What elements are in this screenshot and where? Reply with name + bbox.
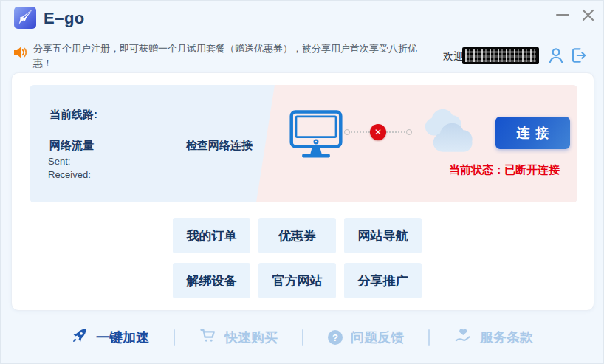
site-navigation-button[interactable]: 网站导航 xyxy=(344,218,422,253)
shortcut-grid: 我的订单 优惠券 网站导航 解绑设备 官方网站 分享推广 xyxy=(173,218,422,298)
unbind-device-button[interactable]: 解绑设备 xyxy=(173,263,250,298)
nav-feedback[interactable]: ? 问题反馈 xyxy=(303,329,428,346)
link-endpoint-left xyxy=(344,129,350,135)
current-line-label: 当前线路: xyxy=(49,108,97,122)
connection-link-line: ✕ xyxy=(344,124,412,140)
app-title: E–go xyxy=(44,9,85,28)
error-x-icon: ✕ xyxy=(370,124,386,140)
computer-icon xyxy=(289,109,343,161)
ego-app-window: { "window": { "title": "E–go" }, "announ… xyxy=(0,0,604,364)
nav-quick-purchase[interactable]: 快速购买 xyxy=(175,327,302,348)
bottom-nav: 一键加速 快速购买 ? 问题反馈 服务条款 xyxy=(1,320,603,354)
nav-label: 一键加速 xyxy=(96,329,149,346)
help-icon: ? xyxy=(328,330,343,345)
nav-terms[interactable]: 服务条款 xyxy=(430,327,557,348)
main-card: 当前线路: 网络流量 检查网络连接 Sent: Received: ✕ xyxy=(11,72,594,311)
status-label: 当前状态： xyxy=(449,163,504,176)
redacted-username xyxy=(462,47,539,64)
status-value: 已断开连接 xyxy=(504,163,560,176)
check-connection-link[interactable]: 检查网络连接 xyxy=(186,139,253,153)
traffic-label: 网络流量 xyxy=(49,139,94,153)
nav-label: 问题反馈 xyxy=(351,329,404,346)
nav-label: 快速购买 xyxy=(224,329,278,346)
announcement-line1: 分享五个用户注册，即可获赠一个月试用套餐（赠送优惠券），被分享用户首次享受八折优… xyxy=(33,41,436,71)
connection-panel: 当前线路: 网络流量 检查网络连接 Sent: Received: ✕ xyxy=(30,85,577,202)
rocket-icon xyxy=(71,327,88,348)
link-endpoint-right xyxy=(406,129,412,135)
minimize-button[interactable] xyxy=(552,5,574,24)
received-label: Received: xyxy=(48,169,91,180)
service-icon xyxy=(454,327,472,348)
app-logo-icon xyxy=(14,7,36,29)
official-website-button[interactable]: 官方网站 xyxy=(258,263,336,298)
close-button[interactable] xyxy=(577,5,599,24)
cloud-icon xyxy=(416,105,479,162)
sent-label: Sent: xyxy=(48,156,70,167)
nav-one-click-boost[interactable]: 一键加速 xyxy=(47,327,174,348)
nav-label: 服务条款 xyxy=(480,329,533,346)
coupons-button[interactable]: 优惠券 xyxy=(258,218,336,253)
cart-icon xyxy=(199,327,216,348)
speaker-icon xyxy=(12,44,28,61)
my-orders-button[interactable]: 我的订单 xyxy=(173,218,250,253)
share-promo-button[interactable]: 分享推广 xyxy=(344,263,422,298)
connect-button[interactable]: 连接 xyxy=(495,117,570,149)
logout-icon[interactable] xyxy=(569,46,588,65)
connection-status: 当前状态：已断开连接 xyxy=(449,163,560,177)
account-icon[interactable] xyxy=(546,46,566,65)
